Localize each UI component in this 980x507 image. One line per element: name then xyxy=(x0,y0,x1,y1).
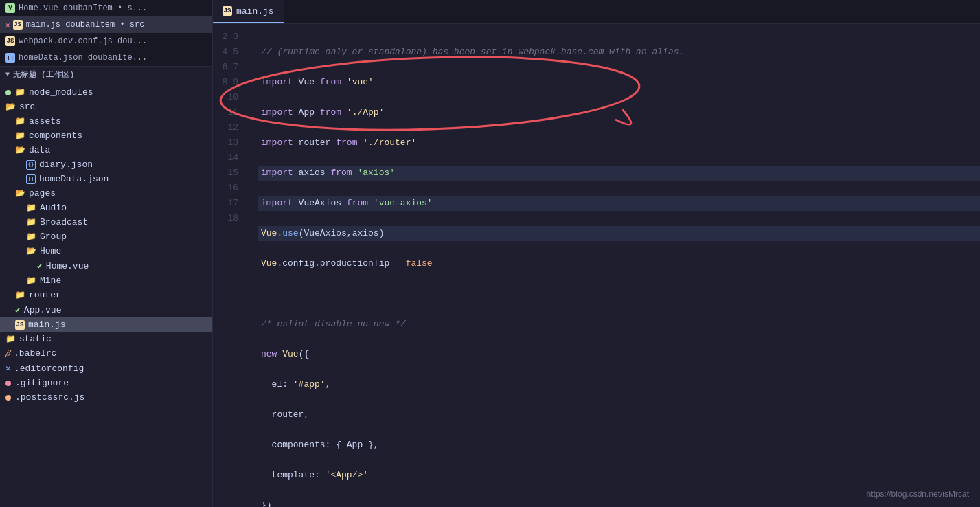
node-modules-label: node_modules xyxy=(29,87,93,98)
tree-item-homedata-json[interactable]: {} homeData.json xyxy=(0,172,212,186)
folder-icon-static: 📁 xyxy=(5,334,16,344)
tree-item-diary-json[interactable]: {} diary.json xyxy=(0,157,212,172)
code-line-2: // (runtime-only or standalone) has been… xyxy=(258,45,980,60)
homedata-json-label: homeData.json xyxy=(39,174,109,184)
tab-main-js-label: main.js doubanItem • src xyxy=(26,20,145,30)
tree-item-group[interactable]: 📁 Group xyxy=(0,229,212,244)
tab-homedata-label: homeData.json doubanIte... xyxy=(19,53,147,63)
file-tree: 📁 node_modules 📂 src 📁 assets 📁 componen… xyxy=(0,82,212,507)
tree-item-gitignore[interactable]: .gitignore xyxy=(0,376,212,390)
folder-icon-assets: 📁 xyxy=(15,116,25,126)
tree-item-static[interactable]: 📁 static xyxy=(0,332,212,346)
vue-icon: V xyxy=(5,3,15,13)
folder-open-icon-home: 📂 xyxy=(26,246,36,256)
code-line-12: new Vue({ xyxy=(258,347,980,362)
tree-item-app-vue[interactable]: ✔ App.vue xyxy=(0,302,212,317)
code-content[interactable]: // (runtime-only or standalone) has been… xyxy=(247,24,980,507)
tree-item-src[interactable]: 📂 src xyxy=(0,100,212,114)
folder-icon-router: 📁 xyxy=(15,290,25,300)
code-line-10 xyxy=(258,286,980,302)
code-line-9: Vue.config.productionTip = false xyxy=(258,256,980,271)
postcssrc-label: .postcssrc.js xyxy=(15,392,84,403)
tree-item-home-vue[interactable]: ✔ Home.vue xyxy=(0,258,212,273)
tree-item-components[interactable]: 📁 components xyxy=(0,128,212,143)
folder-icon-mine: 📁 xyxy=(26,275,36,286)
workspace-label: 无标题 (工作区) xyxy=(13,69,75,80)
code-line-13: el: '#app', xyxy=(258,377,980,392)
code-line-7: import VueAxios from 'vue-axios' xyxy=(258,196,980,211)
vue-checkmark-icon: ✔ xyxy=(37,260,43,271)
dot-red-icon xyxy=(5,381,11,386)
editor-tab-main-js[interactable]: JS main.js xyxy=(213,0,284,23)
tree-item-data[interactable]: 📂 data xyxy=(0,143,212,157)
js-file-icon: JS xyxy=(15,320,25,330)
code-line-4: import App from './App' xyxy=(258,105,980,120)
folder-open-icon: 📂 xyxy=(5,102,16,112)
tree-item-babelrc[interactable]: 𝛽 .babelrc xyxy=(0,346,212,361)
folder-icon-broadcast: 📁 xyxy=(26,217,36,227)
editor-tab-bar: JS main.js xyxy=(213,0,980,24)
folder-icon-audio: 📁 xyxy=(26,203,36,213)
editor-js-icon: JS xyxy=(223,6,232,16)
code-line-16: template: '<App/>' xyxy=(258,468,980,483)
assets-label: assets xyxy=(29,116,61,126)
app-vue-label: App.vue xyxy=(24,305,62,315)
json-icon: {} xyxy=(5,53,15,63)
tab-home-vue-label: Home.vue doubanItem • s... xyxy=(19,3,147,13)
mine-label: Mine xyxy=(40,275,61,286)
tree-item-mine[interactable]: 📁 Mine xyxy=(0,273,212,288)
data-label: data xyxy=(29,145,50,155)
js-icon: JS xyxy=(13,20,23,30)
js-icon-2: JS xyxy=(5,36,15,46)
json-file-icon: {} xyxy=(26,160,36,170)
code-line-15: components: { App }, xyxy=(258,438,980,453)
tab-webpack[interactable]: JS webpack.dev.conf.js dou... xyxy=(0,33,212,49)
src-label: src xyxy=(19,102,35,112)
json-file-icon-2: {} xyxy=(26,174,36,184)
code-area[interactable]: 2 3 4 5 6 7 8 9 10 11 12 13 14 15 16 17 … xyxy=(213,24,980,507)
code-line-3: import Vue from 'vue' xyxy=(258,75,980,90)
code-line-5: import router from './router' xyxy=(258,135,980,150)
editorconfig-icon: ✕ xyxy=(5,363,11,374)
code-line-6: import axios from 'axios' xyxy=(258,166,980,181)
folder-icon-components: 📁 xyxy=(15,131,25,141)
editorconfig-label: .editorconfig xyxy=(14,363,84,374)
vue-checkmark-icon-2: ✔ xyxy=(15,304,21,315)
tab-home-vue[interactable]: V Home.vue doubanItem • s... xyxy=(0,0,212,16)
static-label: static xyxy=(19,334,52,344)
sidebar: V Home.vue doubanItem • s... ✕ JS main.j… xyxy=(0,0,213,507)
tab-main-js[interactable]: ✕ JS main.js doubanItem • src xyxy=(0,16,212,33)
chevron-icon: ▼ xyxy=(5,71,10,78)
babelrc-label: .babelrc xyxy=(14,348,56,359)
router-label: router xyxy=(29,290,61,300)
tree-item-router[interactable]: 📁 router xyxy=(0,288,212,302)
folder-icon-group: 📁 xyxy=(26,232,36,242)
watermark: https://blog.csdn.net/isMrcat xyxy=(867,489,969,499)
home-vue-label: Home.vue xyxy=(46,261,89,271)
workspace-header[interactable]: ▼ 无标题 (工作区) xyxy=(0,67,212,82)
code-line-8: Vue.use(VueAxios,axios) xyxy=(258,226,980,241)
dot-green-icon xyxy=(5,90,11,95)
tree-item-audio[interactable]: 📁 Audio xyxy=(0,201,212,215)
tab-webpack-label: webpack.dev.conf.js dou... xyxy=(19,36,147,46)
tab-close-icon[interactable]: ✕ xyxy=(5,21,10,30)
tab-homedata[interactable]: {} homeData.json doubanIte... xyxy=(0,49,212,66)
components-label: components xyxy=(29,131,82,141)
tree-item-assets[interactable]: 📁 assets xyxy=(0,114,212,128)
audio-label: Audio xyxy=(40,203,67,213)
tree-item-node-modules[interactable]: 📁 node_modules xyxy=(0,85,212,100)
folder-icon: 📁 xyxy=(15,87,25,98)
diary-json-label: diary.json xyxy=(39,159,93,170)
code-line-14: router, xyxy=(258,407,980,422)
editor-panel: JS main.js 2 3 4 5 6 7 8 9 10 11 12 13 1… xyxy=(213,0,980,507)
tree-item-pages[interactable]: 📂 pages xyxy=(0,186,212,201)
broadcast-label: Broadcast xyxy=(40,217,88,227)
pages-label: pages xyxy=(29,188,56,199)
tree-item-editorconfig[interactable]: ✕ .editorconfig xyxy=(0,361,212,376)
tree-item-home-folder[interactable]: 📂 Home xyxy=(0,244,212,258)
gitignore-label: .gitignore xyxy=(15,378,69,388)
group-label: Group xyxy=(40,232,67,242)
tree-item-postcssrc[interactable]: .postcssrc.js xyxy=(0,390,212,405)
tree-item-broadcast[interactable]: 📁 Broadcast xyxy=(0,215,212,229)
tree-item-main-js[interactable]: JS main.js xyxy=(0,317,212,332)
